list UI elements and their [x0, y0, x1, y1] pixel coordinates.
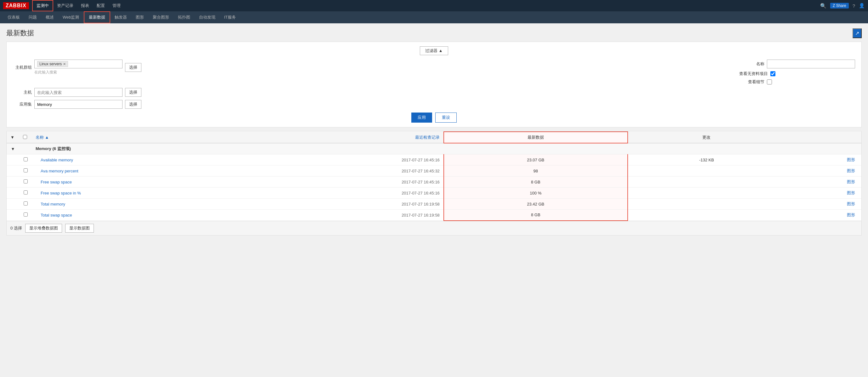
row-select-checkbox[interactable] — [24, 191, 28, 195]
subnav-discovery[interactable]: 自动发现 — [195, 11, 220, 23]
row-last-check: 2017-07-27 16:19:58 — [252, 199, 444, 210]
appset-input[interactable] — [34, 100, 123, 109]
row-checkbox[interactable] — [19, 199, 32, 210]
row-graph[interactable]: 图形 — [785, 166, 861, 176]
row-select-checkbox[interactable] — [24, 168, 28, 172]
col-last-check[interactable]: 最近检查记录 — [252, 132, 444, 143]
item-name-link[interactable]: Free swap space — [41, 180, 72, 184]
graph-link[interactable]: 图形 — [847, 201, 855, 206]
row-name: Total memory — [32, 199, 252, 210]
show-detail-checkbox[interactable] — [767, 80, 772, 85]
sub-navigation: 仪表板 问题 概述 Web监测 最新数据 触发器 图形 聚合图形 拓扑图 自动发… — [0, 11, 868, 23]
row-graph[interactable]: 图形 — [785, 176, 861, 187]
subnav-web[interactable]: Web监测 — [58, 11, 84, 23]
last-check-sort-link[interactable]: 最近检查记录 — [415, 135, 440, 140]
subnav-graphs[interactable]: 图形 — [131, 11, 148, 23]
graph-link[interactable]: 图形 — [847, 212, 855, 217]
select-all-checkbox[interactable] — [23, 135, 27, 139]
subnav-triggers[interactable]: 触发器 — [110, 11, 131, 23]
host-group-tag-input[interactable]: Linux servers ✕ — [34, 60, 123, 68]
host-label: 主机 — [13, 89, 32, 95]
graph-link[interactable]: 图形 — [847, 191, 855, 195]
show-stacked-graph-button[interactable]: 显示堆叠数据图 — [25, 224, 62, 233]
graph-link[interactable]: 图形 — [847, 168, 855, 173]
subnav-dashboard[interactable]: 仪表板 — [3, 11, 24, 23]
subnav-latest-data[interactable]: 最新数据 — [84, 11, 110, 23]
row-change — [628, 176, 785, 187]
row-latest-data: 100 % — [444, 187, 628, 199]
filter-toggle-button[interactable]: 过滤器 ▲ — [420, 46, 448, 55]
item-name-link[interactable]: Total swap space — [41, 213, 72, 218]
col-name[interactable]: 名称 ▲ — [32, 132, 252, 143]
host-group-tag-remove[interactable]: ✕ — [63, 62, 66, 66]
row-select-checkbox[interactable] — [24, 201, 28, 205]
filter-header: 过滤器 ▲ — [13, 46, 855, 55]
nav-item-monitor[interactable]: 监测中 — [32, 0, 53, 11]
row-expand — [7, 199, 19, 210]
host-group-input-wrap: Linux servers ✕ 在此输入搜索 — [34, 60, 123, 75]
user-icon[interactable]: 👤 — [859, 3, 865, 8]
subnav-overview[interactable]: 概述 — [41, 11, 58, 23]
zshare-button[interactable]: Z Share — [830, 3, 849, 8]
row-expand — [7, 154, 19, 166]
row-select-checkbox[interactable] — [24, 212, 28, 216]
row-graph[interactable]: 图形 — [785, 210, 861, 221]
subnav-maps[interactable]: 拓扑图 — [174, 11, 195, 23]
row-latest-data: 23.07 GB — [444, 154, 628, 166]
row-graph[interactable]: 图形 — [785, 187, 861, 199]
host-filter: 主机 选择 — [13, 88, 142, 97]
name-sort-link[interactable]: 名称 ▲ — [36, 135, 49, 140]
row-checkbox[interactable] — [19, 187, 32, 199]
show-detail-row: 查看细节 — [739, 79, 855, 85]
group-collapse-icon[interactable]: ▼ — [7, 143, 19, 154]
host-group-select-button[interactable]: 选择 — [125, 63, 142, 72]
expand-button[interactable]: ↗ — [852, 28, 862, 38]
nav-item-reports[interactable]: 报表 — [77, 0, 93, 11]
row-checkbox[interactable] — [19, 154, 32, 166]
nav-item-admin[interactable]: 管理 — [108, 0, 124, 11]
row-checkbox[interactable] — [19, 166, 32, 176]
reset-button[interactable]: 重设 — [435, 113, 457, 123]
appset-select-button[interactable]: 选择 — [125, 100, 142, 109]
item-name-link[interactable]: Available memory — [41, 157, 73, 162]
nav-item-assets[interactable]: 资产记录 — [53, 0, 77, 11]
row-graph[interactable]: 图形 — [785, 199, 861, 210]
subnav-it-services[interactable]: IT服务 — [220, 11, 241, 23]
item-name-link[interactable]: Total memory — [41, 202, 65, 206]
item-name-link[interactable]: Free swap space in % — [41, 191, 81, 196]
expand-all-icon[interactable]: ▼ — [10, 135, 14, 140]
col-check — [19, 132, 32, 143]
show-nodata-checkbox[interactable] — [770, 71, 775, 76]
nav-item-config[interactable]: 配置 — [93, 0, 108, 11]
host-input[interactable] — [34, 88, 123, 97]
row-expand — [7, 187, 19, 199]
row-select-checkbox[interactable] — [24, 157, 28, 162]
row-checkbox[interactable] — [19, 176, 32, 187]
latest-data-table: ▼ 名称 ▲ 最近检查记录 最新数据 更改 — [7, 132, 861, 221]
apply-button[interactable]: 应用 — [411, 113, 432, 123]
host-select-button[interactable]: 选择 — [125, 88, 142, 97]
item-name-link[interactable]: Ava memory percent — [41, 169, 79, 173]
row-change — [628, 166, 785, 176]
show-data-graph-button[interactable]: 显示数据图 — [65, 224, 94, 233]
row-select-checkbox[interactable] — [24, 179, 28, 183]
filter-section: 过滤器 ▲ 主机群组 Linux servers ✕ 在此输入搜索 选择 — [6, 41, 862, 127]
filter-row-1: 主机群组 Linux servers ✕ 在此输入搜索 选择 名称 — [13, 60, 855, 85]
data-table: ▼ 名称 ▲ 最近检查记录 最新数据 更改 — [6, 131, 862, 235]
graph-link[interactable]: 图形 — [847, 157, 855, 162]
col-change: 更改 — [628, 132, 785, 143]
help-icon[interactable]: ? — [852, 3, 855, 8]
name-filter-input[interactable] — [767, 60, 855, 68]
table-row: Ava memory percent 2017-07-27 16:45:32 9… — [7, 166, 861, 176]
name-filter-row: 名称 — [739, 60, 855, 68]
top-right-actions: 🔍 Z Share ? 👤 — [820, 3, 865, 9]
row-checkbox[interactable] — [19, 210, 32, 221]
subnav-screens[interactable]: 聚合图形 — [148, 11, 174, 23]
row-last-check: 2017-07-27 16:45:16 — [252, 154, 444, 166]
graph-link[interactable]: 图形 — [847, 179, 855, 184]
filter-right-section: 名称 查看无资料项目 查看细节 — [739, 60, 855, 85]
search-icon[interactable]: 🔍 — [820, 3, 827, 9]
row-name: Total swap space — [32, 210, 252, 221]
row-graph[interactable]: 图形 — [785, 154, 861, 166]
subnav-problems[interactable]: 问题 — [24, 11, 41, 23]
